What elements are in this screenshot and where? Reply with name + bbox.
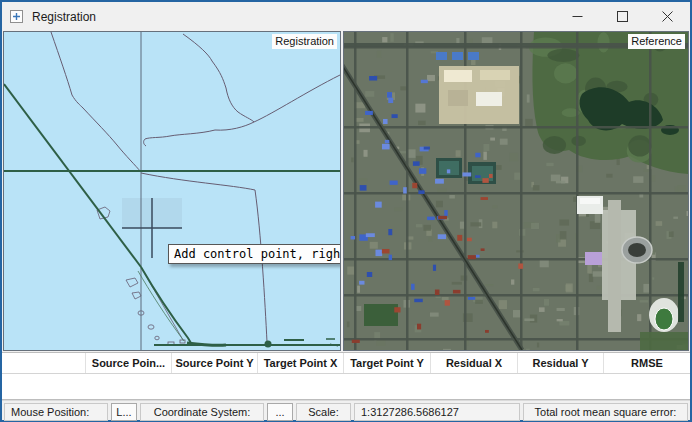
control-point-table: Source Poin... Source Point Y Target Poi… [2,352,690,400]
column-header-target-point-x[interactable]: Target Point X [258,353,344,373]
status-bar: Mouse Position: L... Coordinate System: … [2,400,690,422]
close-button[interactable] [645,2,690,31]
window-controls [555,2,690,31]
column-header-source-point-y[interactable]: Source Point Y [172,353,258,373]
registration-window: Registration [0,0,692,422]
map-panels-row: Registration Add control point, right-cl… [2,31,690,351]
column-header-index[interactable] [2,353,86,373]
layer-button[interactable]: L... [111,403,137,421]
registration-map-panel[interactable]: Registration Add control point, right-cl… [3,31,341,351]
reference-panel-label: Reference [628,34,685,49]
browse-coordinate-system-button[interactable]: ... [267,403,293,421]
minimize-button[interactable] [555,2,600,31]
close-icon [662,11,673,22]
titlebar: Registration [2,2,690,31]
scale-value: 1:3127286.5686127 [354,403,520,421]
coordinate-system-label: Coordinate System: [140,403,264,421]
maximize-button[interactable] [600,2,645,31]
reference-map-panel[interactable]: Reference [343,31,689,351]
vector-map [4,32,340,350]
table-header-row: Source Poin... Source Point Y Target Poi… [2,353,690,374]
maximize-icon [617,11,628,22]
column-header-target-point-y[interactable]: Target Point Y [344,353,431,373]
registration-panel-label: Registration [272,34,337,49]
satellite-map [344,32,688,350]
window-title: Registration [32,10,96,24]
minimize-icon [572,11,583,22]
add-control-point-tooltip: Add control point, right-cli [168,244,341,264]
column-header-source-point-x[interactable]: Source Poin... [86,353,172,373]
column-header-residual-y[interactable]: Residual Y [518,353,604,373]
scale-label: Scale: [296,403,351,421]
registration-window-icon [10,10,23,23]
column-header-rmse[interactable]: RMSE [604,353,690,373]
mouse-position-label: Mouse Position: [4,403,108,421]
table-body-empty [2,374,690,399]
total-rmse-label: Total root mean square error: [523,403,688,421]
column-header-residual-x[interactable]: Residual X [431,353,518,373]
